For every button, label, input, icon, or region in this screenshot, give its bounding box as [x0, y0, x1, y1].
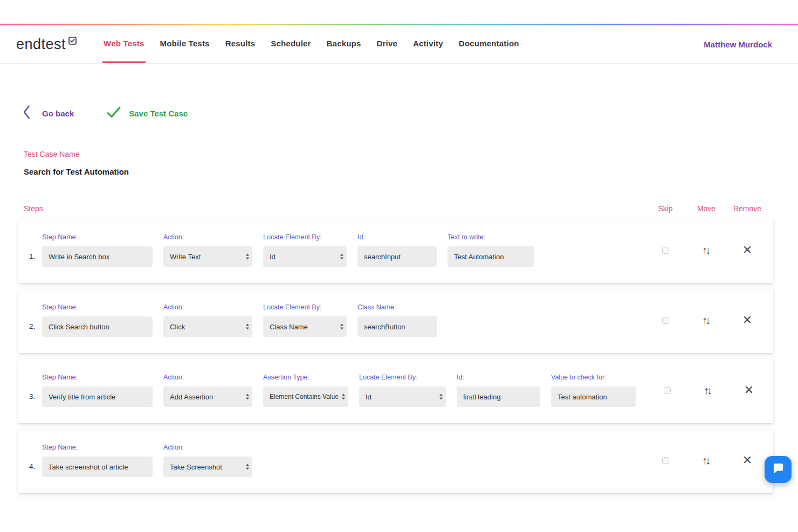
- step-name-input[interactable]: [42, 316, 153, 337]
- text-to-write-label: Text to write:: [448, 233, 534, 242]
- field-action: Action: Click: [163, 303, 252, 353]
- step-name-label: Step Name:: [42, 374, 153, 382]
- step-name-input[interactable]: [42, 457, 153, 477]
- selected-option: Take Screenshot: [170, 463, 222, 471]
- top-navbar: endtest Web Tests Mobile Tests Results S…: [0, 25, 798, 64]
- step-card-2: 2. Step Name: Action: Click Locate Eleme…: [18, 289, 773, 353]
- locate-by-select[interactable]: Id: [359, 386, 446, 407]
- step-actions: ↑↓ ✕: [646, 374, 769, 407]
- field-id: Id:: [357, 233, 437, 283]
- field-step-name: Step Name:: [42, 233, 153, 283]
- nav-item-mobile-tests[interactable]: Mobile Tests: [159, 25, 211, 63]
- main-content: Go back Save Test Case Test Case Name Se…: [0, 64, 798, 493]
- step-card-3: 3. Step Name: Action: Add Assertion Asse…: [18, 360, 773, 423]
- field-action: Action: Write Text: [163, 233, 252, 283]
- assertion-type-select[interactable]: Element Contains Value: [263, 386, 348, 407]
- action-select[interactable]: Write Text: [163, 246, 252, 267]
- action-label: Action:: [163, 374, 252, 382]
- step-fields: Step Name: Action: Write Text Locate Ele…: [42, 233, 545, 283]
- selected-option: Add Assertion: [170, 393, 213, 401]
- app-window: endtest Web Tests Mobile Tests Results S…: [0, 0, 798, 532]
- action-select[interactable]: Take Screenshot: [163, 457, 252, 477]
- select-arrows-icon: [340, 324, 343, 330]
- go-back-button[interactable]: Go back: [23, 105, 74, 122]
- skip-checkbox[interactable]: [662, 247, 669, 254]
- nav-item-documentation[interactable]: Documentation: [458, 25, 520, 63]
- step-number: 1.: [29, 233, 42, 283]
- action-select[interactable]: Click: [163, 316, 252, 337]
- save-test-case-button[interactable]: Save Test Case: [106, 106, 188, 120]
- selected-option: Click: [170, 323, 185, 331]
- field-class-name: Class Name:: [357, 303, 437, 353]
- action-label: Action:: [163, 233, 252, 242]
- step-name-input[interactable]: [42, 246, 153, 267]
- action-select[interactable]: Add Assertion: [163, 386, 252, 407]
- step-fields: Step Name: Action: Click Locate Element …: [42, 303, 448, 353]
- text-to-write-input[interactable]: [448, 246, 534, 267]
- class-name-label: Class Name:: [357, 303, 437, 312]
- move-column-header: Move: [686, 204, 727, 213]
- value-to-check-label: Value to check for:: [551, 374, 636, 382]
- field-text-to-write: Text to write:: [448, 233, 534, 283]
- nav-item-web-tests[interactable]: Web Tests: [102, 25, 145, 63]
- field-step-name: Step Name:: [42, 374, 153, 423]
- remove-x-icon[interactable]: ✕: [744, 384, 754, 396]
- move-arrows-icon[interactable]: ↑↓: [702, 454, 711, 467]
- field-locate-by: Locate Element By: Id: [359, 374, 446, 423]
- nav-item-backups[interactable]: Backups: [326, 25, 362, 63]
- field-locate-by: Locate Element By: Id: [263, 233, 347, 283]
- step-actions: ↑↓ ✕: [645, 444, 768, 477]
- nav-item-drive[interactable]: Drive: [376, 25, 399, 63]
- skip-checkbox[interactable]: [664, 387, 671, 394]
- endtest-logo[interactable]: endtest: [16, 25, 77, 63]
- field-action: Action: Take Screenshot: [163, 444, 252, 493]
- save-test-case-label: Save Test Case: [129, 109, 188, 118]
- step-card-4: 4. Step Name: Action: Take Screenshot ↑↓: [18, 430, 773, 493]
- remove-x-icon[interactable]: ✕: [742, 314, 752, 326]
- step-actions: ↑↓ ✕: [645, 303, 768, 337]
- locate-by-select[interactable]: Class Name: [263, 316, 347, 337]
- move-arrows-icon[interactable]: ↑↓: [702, 314, 711, 327]
- nav-item-activity[interactable]: Activity: [412, 25, 444, 63]
- locate-by-select[interactable]: Id: [263, 246, 347, 267]
- remove-column-header: Remove: [727, 204, 768, 213]
- locate-by-label: Locate Element By:: [263, 303, 347, 312]
- move-arrows-icon[interactable]: ↑↓: [702, 244, 711, 257]
- id-input[interactable]: [457, 386, 540, 407]
- id-input[interactable]: [357, 246, 437, 267]
- id-label: Id:: [457, 374, 540, 382]
- test-case-name-value[interactable]: Search for Test Automation: [24, 167, 773, 176]
- remove-x-icon[interactable]: ✕: [742, 244, 752, 256]
- user-menu[interactable]: Matthew Murdock: [704, 40, 772, 49]
- select-arrows-icon: [439, 394, 443, 400]
- step-name-input[interactable]: [42, 386, 153, 407]
- steps-header: Steps Skip Move Remove: [18, 204, 773, 213]
- go-back-label: Go back: [42, 109, 74, 118]
- step-number: 2.: [29, 303, 42, 353]
- step-fields: Step Name: Action: Add Assertion Asserti…: [42, 374, 646, 423]
- chat-launcher-button[interactable]: [765, 456, 792, 483]
- move-arrows-icon[interactable]: ↑↓: [704, 384, 712, 397]
- remove-x-icon[interactable]: ✕: [742, 454, 752, 466]
- field-action: Action: Add Assertion: [163, 374, 252, 423]
- field-step-name: Step Name:: [42, 444, 153, 493]
- skip-checkbox[interactable]: [662, 317, 669, 324]
- select-arrows-icon: [246, 394, 249, 400]
- action-label: Action:: [163, 444, 252, 452]
- select-arrows-icon: [246, 464, 249, 470]
- selected-option: Element Contains Value: [270, 393, 339, 400]
- class-name-input[interactable]: [357, 316, 437, 337]
- step-number: 3.: [29, 374, 42, 423]
- select-arrows-icon: [340, 254, 343, 260]
- nav-item-scheduler[interactable]: Scheduler: [270, 25, 312, 63]
- step-card-1: 1. Step Name: Action: Write Text Locate …: [18, 219, 773, 283]
- skip-column-header: Skip: [645, 204, 686, 213]
- locate-by-label: Locate Element By:: [359, 374, 446, 382]
- nav-item-results[interactable]: Results: [224, 25, 257, 63]
- field-locate-by: Locate Element By: Class Name: [263, 303, 347, 353]
- value-to-check-input[interactable]: [551, 386, 636, 407]
- id-label: Id:: [357, 233, 437, 242]
- field-value-to-check: Value to check for:: [551, 374, 636, 423]
- chat-bubble-icon: [772, 462, 785, 477]
- skip-checkbox[interactable]: [662, 457, 669, 464]
